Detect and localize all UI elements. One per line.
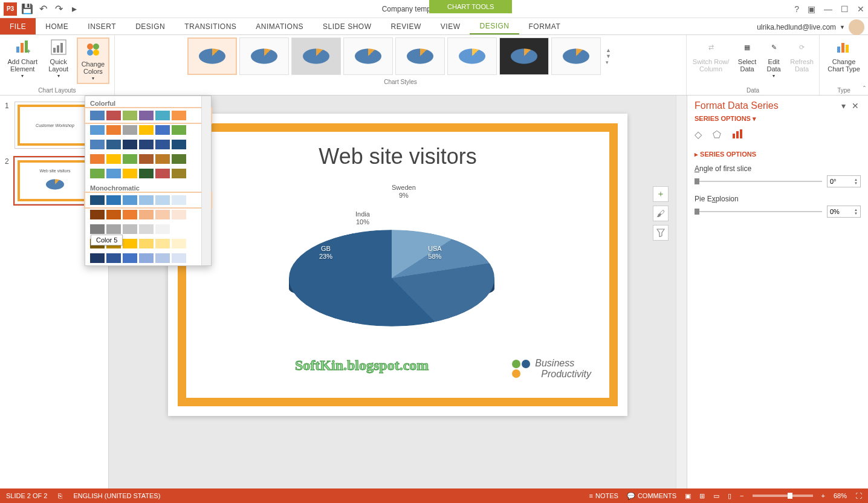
slideshow-view-icon[interactable]: ▯ (728, 492, 731, 500)
color-swatch[interactable] (106, 154, 121, 164)
color-swatch[interactable] (172, 169, 186, 178)
language-indicator[interactable]: ENGLISH (UNITED STATES) (73, 492, 160, 499)
color-swatch[interactable] (139, 140, 154, 149)
user-name[interactable]: ulrika.hedlund@live.com (757, 23, 836, 31)
series-options-section[interactable]: ▸ SERIES OPTIONS (695, 151, 861, 158)
tab-chart-design[interactable]: DESIGN (470, 18, 519, 34)
chart-styles-button[interactable]: 🖌 (653, 206, 669, 221)
color-swatch[interactable] (139, 154, 154, 164)
fill-line-icon[interactable]: ◇ (695, 129, 702, 142)
color-swatch[interactable] (123, 253, 137, 263)
color-swatch[interactable] (172, 154, 186, 164)
color-swatch[interactable] (139, 210, 154, 219)
color-swatch[interactable] (172, 140, 186, 149)
tab-design[interactable]: DESIGN (126, 18, 175, 34)
color-swatch[interactable] (139, 125, 154, 135)
effects-icon[interactable]: ⬠ (713, 129, 721, 142)
styles-scroll-up[interactable]: ▲ (606, 47, 611, 53)
color-swatch[interactable] (90, 195, 105, 205)
format-pane-close-icon[interactable]: ✕ (852, 101, 861, 111)
chart-style-4[interactable] (343, 37, 393, 75)
tab-transitions[interactable]: TRANSITIONS (175, 18, 246, 34)
add-chart-element-button[interactable]: + Add Chart Element▾ (5, 37, 40, 84)
quick-layout-button[interactable]: Quick Layout▾ (46, 37, 70, 84)
canvas-scrollbar[interactable] (676, 96, 687, 488)
chart-style-8[interactable] (551, 37, 601, 75)
collapse-ribbon-icon[interactable]: ˆ (863, 85, 866, 94)
color-swatch[interactable] (90, 111, 105, 120)
color-swatch[interactable] (123, 195, 137, 205)
change-colors-button[interactable]: Change Colors▾ (77, 37, 109, 84)
chart-filters-button[interactable] (653, 225, 669, 241)
notes-button[interactable]: ≡ NOTES (589, 492, 618, 499)
color-swatch[interactable] (123, 169, 137, 178)
color-swatch[interactable] (123, 210, 137, 219)
color-swatch[interactable] (123, 224, 137, 234)
tab-file[interactable]: FILE (0, 18, 36, 34)
color-swatch[interactable] (123, 154, 137, 164)
color-swatch[interactable] (106, 224, 121, 234)
color-swatch[interactable] (139, 195, 154, 205)
undo-icon[interactable]: ↶ (37, 4, 48, 15)
color-swatch[interactable] (90, 125, 105, 135)
color-swatch[interactable] (155, 111, 170, 120)
color-swatch[interactable] (106, 169, 121, 178)
slide-canvas[interactable]: Web site visitors Sweden9% India10% GB23… (168, 114, 627, 416)
color-swatch[interactable] (123, 125, 137, 135)
color-swatch[interactable] (123, 239, 137, 248)
tab-chart-format[interactable]: FORMAT (519, 18, 571, 34)
reading-view-icon[interactable]: ▭ (713, 492, 719, 500)
zoom-slider[interactable] (753, 495, 813, 497)
color-swatch[interactable] (155, 224, 170, 234)
chart-style-6[interactable] (447, 37, 497, 75)
slide-title[interactable]: Web site visitors (319, 144, 476, 169)
color-swatch[interactable] (90, 154, 105, 164)
color-swatch[interactable] (106, 125, 121, 135)
color-swatch[interactable] (155, 140, 170, 149)
color-swatch[interactable] (155, 169, 170, 178)
spell-check-icon[interactable]: ⎘ (58, 492, 62, 499)
color-swatch[interactable] (139, 224, 154, 234)
styles-scroll-down[interactable]: ▼ (606, 53, 611, 59)
color-swatch[interactable] (139, 239, 154, 248)
tab-insert[interactable]: INSERT (78, 18, 126, 34)
color-swatch[interactable] (172, 125, 186, 135)
chart-style-7[interactable] (499, 37, 549, 75)
series-options-icon[interactable] (732, 129, 743, 142)
color-swatch[interactable] (106, 111, 121, 120)
color-swatch[interactable] (90, 224, 105, 234)
explosion-input[interactable]: 0%▲▼ (827, 206, 861, 218)
color-swatch[interactable] (106, 140, 121, 149)
zoom-out-icon[interactable]: − (740, 492, 743, 499)
tab-slideshow[interactable]: SLIDE SHOW (313, 18, 381, 34)
slide-thumbnail-2[interactable]: Web site visitors (15, 157, 96, 204)
fit-to-window-icon[interactable]: ⛶ (855, 492, 862, 499)
slide-thumbnail-1[interactable]: Customer Workshop (15, 102, 96, 149)
ribbon-display-icon[interactable]: ▣ (808, 4, 815, 14)
color-swatch[interactable] (155, 195, 170, 205)
zoom-in-icon[interactable]: + (821, 492, 825, 499)
angle-slider[interactable] (695, 177, 822, 186)
color-swatch[interactable] (90, 169, 105, 178)
slide-sorter-icon[interactable]: ⊞ (699, 492, 705, 500)
zoom-value[interactable]: 68% (834, 492, 847, 499)
tab-animations[interactable]: ANIMATIONS (246, 18, 313, 34)
minimize-icon[interactable]: — (824, 4, 832, 14)
tab-home[interactable]: HOME (36, 18, 78, 34)
color-swatch[interactable] (172, 111, 186, 120)
explosion-slider[interactable] (695, 207, 822, 216)
help-icon[interactable]: ? (794, 4, 799, 14)
tab-review[interactable]: REVIEW (381, 18, 430, 34)
change-chart-type-button[interactable]: Change Chart Type (824, 37, 863, 73)
angle-input[interactable]: 0°▲▼ (827, 175, 861, 187)
select-data-button[interactable]: ▦ Select Data (736, 37, 758, 79)
color-swatch[interactable] (172, 224, 186, 234)
color-swatch[interactable] (155, 154, 170, 164)
redo-icon[interactable]: ↷ (53, 4, 64, 15)
color-swatch[interactable] (172, 239, 186, 248)
start-from-beginning-icon[interactable]: ▸ (69, 4, 80, 15)
chart-elements-button[interactable]: ＋ (653, 186, 669, 202)
color-swatch[interactable] (172, 195, 186, 205)
color-swatch[interactable] (139, 253, 154, 263)
color-swatch[interactable] (155, 239, 170, 248)
